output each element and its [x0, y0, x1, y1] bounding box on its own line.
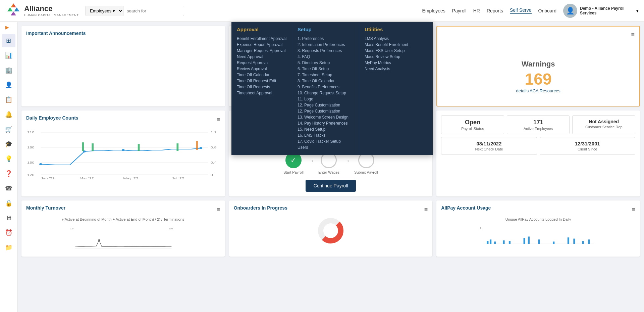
svg-rect-51: [196, 141, 198, 150]
nav-hr[interactable]: HR: [473, 8, 480, 13]
search-area[interactable]: Employees ▾ Payroll HR: [86, 6, 184, 16]
svg-point-45: [122, 149, 125, 151]
self-serve-dropdown[interactable]: Approval Benefit Enrollment Approval Exp…: [231, 22, 433, 155]
sidebar-item-notifications[interactable]: 🔔: [2, 108, 15, 121]
svg-rect-70: [528, 236, 530, 244]
warnings-header: ≡: [442, 31, 635, 38]
menu-dir-setup[interactable]: 5. Directory Setup: [298, 60, 354, 66]
stat-not-assigned: Not Assigned Customer Service Rep: [572, 115, 635, 134]
menu-timesheet-setup[interactable]: 7. Timesheet Setup: [298, 72, 354, 78]
onboarders-menu[interactable]: ≡: [424, 206, 428, 213]
setup-column: Setup 1. Preferences 2. Information Pref…: [292, 22, 359, 155]
menu-page-custom-2[interactable]: 12. Page Customization: [298, 108, 354, 114]
active-employees-value: 171: [511, 119, 566, 126]
allpay-subtitle: Unique AllPay Accounts Logged In Daily: [441, 217, 635, 221]
svg-text:200: 200: [169, 227, 173, 230]
sidebar-item-security[interactable]: 🔒: [2, 196, 15, 210]
menu-page-custom-1[interactable]: 12. Page Customization: [298, 102, 354, 108]
stat-active-employees: 171 Active Employees: [507, 115, 570, 134]
menu-preferences[interactable]: 1. Preferences: [298, 36, 354, 42]
svg-text:180: 180: [27, 146, 35, 149]
menu-manager-request[interactable]: Manager Request Approval: [237, 48, 286, 54]
announcements-header: Important Announcements: [26, 31, 220, 39]
svg-rect-48: [92, 143, 94, 151]
warnings-menu[interactable]: ≡: [631, 31, 635, 38]
nav-onboard[interactable]: Onboard: [538, 8, 556, 13]
menu-lms-tracks[interactable]: 16. LMS Tracks: [298, 132, 354, 138]
nav-employees[interactable]: Employees: [422, 8, 445, 13]
menu-welcome-screen[interactable]: 13. Welcome Screen Design: [298, 114, 354, 120]
menu-time-off-req-edit[interactable]: Time Off Request Edit: [237, 78, 286, 84]
menu-expense-report[interactable]: Expense Report Approval: [237, 42, 286, 48]
sidebar-item-dashboard[interactable]: ⊞: [2, 34, 15, 47]
monthly-turnover-menu[interactable]: ≡: [217, 206, 220, 213]
aca-link[interactable]: details ACA Resources: [516, 88, 560, 93]
menu-change-req-setup[interactable]: 10. Change Request Setup: [298, 90, 354, 96]
nav-selfserve[interactable]: Self Serve: [510, 7, 532, 14]
menu-mass-review[interactable]: Mass Review Setup: [365, 54, 411, 60]
svg-text:May '22: May '22: [123, 177, 138, 180]
menu-benefit-enrollment[interactable]: Benefit Enrollment Approval: [237, 36, 286, 42]
menu-faq[interactable]: 4. FAQ: [298, 54, 354, 60]
menu-timeoff-setup[interactable]: 6. Time Off Setup: [298, 66, 354, 72]
search-input[interactable]: [123, 6, 184, 15]
menu-mass-ess-user[interactable]: Mass ESS User Setup: [365, 48, 411, 54]
sidebar-item-people[interactable]: 👤: [2, 78, 15, 92]
menu-review-approval[interactable]: Review Approval: [237, 66, 286, 72]
stat-next-check-date: 08/11/2022 Next Check Date: [441, 137, 537, 155]
sidebar-item-training[interactable]: 🎓: [2, 137, 15, 151]
nav-payroll[interactable]: Payroll: [452, 8, 467, 13]
menu-request-approval[interactable]: Request Approval: [237, 60, 286, 66]
continue-payroll-section: Continue Payroll: [234, 180, 428, 192]
sidebar-item-store[interactable]: 🛒: [2, 123, 15, 136]
menu-lms-analysis[interactable]: LMS Analysis: [365, 36, 411, 42]
sidebar-collapse-arrow[interactable]: ▶: [5, 25, 12, 31]
daily-counts-card: Daily Employee Counts ≡ 210 180 150 120 …: [21, 110, 225, 196]
menu-covid-tracker[interactable]: 17. Covid Tracker Setup: [298, 138, 354, 144]
sidebar-item-help[interactable]: ❓: [2, 167, 15, 180]
utilities-title: Utilities: [365, 27, 411, 32]
menu-req-prefs[interactable]: 3. Requests Preferences: [298, 48, 354, 54]
sidebar-item-forms[interactable]: 📋: [2, 93, 15, 106]
continue-payroll-button[interactable]: Continue Payroll: [306, 180, 356, 192]
menu-need-analysis[interactable]: Need Analysis: [365, 66, 411, 72]
menu-users[interactable]: Users: [298, 144, 354, 150]
menu-pay-history[interactable]: 14. Pay History Preferences: [298, 120, 354, 126]
menu-time-off-cal[interactable]: Time Off Calendar: [237, 72, 286, 78]
workflow-label-wages: Enter Wages: [318, 170, 339, 174]
menu-logo[interactable]: 11. Logo: [298, 96, 354, 102]
svg-rect-65: [490, 239, 491, 244]
svg-text:Jan '22: Jan '22: [41, 177, 55, 180]
payroll-info-scroll[interactable]: Open Payroll Status 171 Active Employees…: [441, 115, 635, 155]
svg-rect-67: [503, 240, 505, 244]
sidebar-item-contact[interactable]: ☎: [2, 182, 15, 195]
menu-time-off-requests[interactable]: Time Off Requests: [237, 84, 286, 90]
sidebar-item-files[interactable]: 📁: [2, 241, 15, 254]
daily-counts-menu[interactable]: ≡: [217, 116, 220, 123]
sidebar-item-ideas[interactable]: 💡: [2, 152, 15, 166]
menu-need-approval[interactable]: Need Approval: [237, 54, 286, 60]
workflow-step-start: ✓ Start Payroll: [283, 152, 304, 174]
sidebar-item-company[interactable]: 🏢: [2, 63, 15, 77]
main-nav: Employees Payroll HR Reports Self Serve …: [422, 7, 556, 14]
stat-open-status: Open Payroll Status: [441, 115, 504, 134]
sidebar-item-time[interactable]: ⏰: [2, 226, 15, 239]
menu-benefits-prefs[interactable]: 9. Benefits Preferences: [298, 84, 354, 90]
menu-timesheet-approval[interactable]: Timesheet Approval: [237, 90, 286, 96]
sidebar-item-desktop[interactable]: 🖥: [2, 211, 15, 225]
warnings-content: Warnings 169 details ACA Resources: [442, 42, 635, 106]
user-area[interactable]: 👤 Demo - Alliance Payroll Services ▾: [563, 4, 639, 18]
allpay-menu[interactable]: ≡: [632, 206, 635, 213]
menu-mypay-metrics[interactable]: MyPay Metrics: [365, 60, 411, 66]
menu-timeoff-cal[interactable]: 8. Time Off Calendar: [298, 78, 354, 84]
search-category-select[interactable]: Employees ▾ Payroll HR: [86, 6, 123, 16]
svg-rect-74: [574, 239, 575, 244]
nav-reports[interactable]: Reports: [487, 8, 503, 13]
utilities-column: Utilities LMS Analysis Mass Benefit Enro…: [359, 22, 416, 155]
menu-mass-benefit[interactable]: Mass Benefit Enrollment: [365, 42, 411, 48]
menu-info-prefs[interactable]: 2. Information Preferences: [298, 42, 354, 48]
sidebar-item-charts[interactable]: 📊: [2, 49, 15, 62]
user-dropdown-arrow[interactable]: ▾: [636, 8, 639, 13]
announcements-title: Important Announcements: [26, 31, 86, 36]
menu-need-setup[interactable]: 15. Need Setup: [298, 126, 354, 132]
